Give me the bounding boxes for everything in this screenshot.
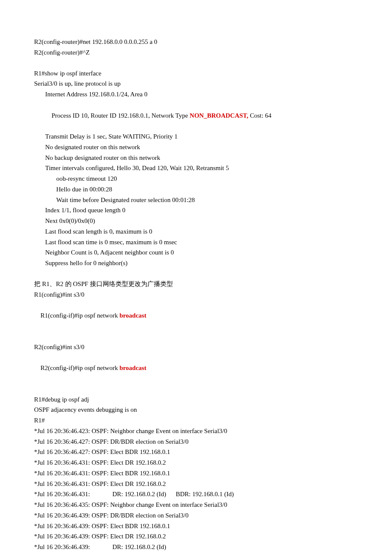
text: R2(config-if)#ip ospf network xyxy=(40,364,119,371)
output-line: Index 1/1, flood queue length 0 xyxy=(34,205,358,216)
output-line: oob-resync timeout 120 xyxy=(34,173,358,184)
show-cmd: R1#show ip ospf interface xyxy=(34,68,358,79)
highlight-non-broadcast: NON_BROADCAST, xyxy=(190,112,248,119)
log-line: *Jul 16 20:36:46.439: OSPF: Elect BDR 19… xyxy=(34,521,358,532)
note-line: 把 R1、R2 的 OSPF 接口网络类型更改为广播类型 xyxy=(34,279,358,289)
output-line: Suppress hello for 0 neighbor(s) xyxy=(34,258,358,269)
log-line: *Jul 16 20:36:46.439: OSPF: Elect DR 192… xyxy=(34,531,358,542)
log-line: *Jul 16 20:36:46.431: OSPF: Elect BDR 19… xyxy=(34,468,358,479)
config-line: R2(config-router)#net 192.168.0.0 0.0.0.… xyxy=(34,37,358,47)
output-line: Last flood scan time is 0 msec, maximum … xyxy=(34,237,358,248)
config-line: R2(config-if)#ip ospf network broadcast xyxy=(34,352,358,384)
log-line: *Jul 16 20:36:46.435: OSPF: Neighbor cha… xyxy=(34,500,358,510)
output-line: Next 0x0(0)/0x0(0) xyxy=(34,216,358,226)
output-line: Wait time before Designated router selec… xyxy=(34,195,358,205)
text: R1(config-if)#ip ospf network xyxy=(40,312,119,319)
output-line: No backup designated router on this netw… xyxy=(34,153,358,163)
debug-cmd: R1#debug ip ospf adj xyxy=(34,394,358,405)
output-line: Neighbor Count is 0, Adjacent neighbor c… xyxy=(34,247,358,258)
log-line: *Jul 16 20:36:46.423: OSPF: Neighbor cha… xyxy=(34,426,358,436)
log-line: *Jul 16 20:36:46.427: OSPF: DR/BDR elect… xyxy=(34,436,358,447)
log-line: *Jul 16 20:36:46.431: OSPF: Elect DR 192… xyxy=(34,457,358,468)
document-page: R2(config-router)#net 192.168.0.0 0.0.0.… xyxy=(0,0,392,555)
config-line: R1(config-if)#ip ospf network broadcast xyxy=(34,300,358,331)
log-line: *Jul 16 20:36:46.427: OSPF: Elect BDR 19… xyxy=(34,447,358,457)
output-line: Hello due in 00:00:28 xyxy=(34,184,358,195)
config-line: R2(config-router)#^Z xyxy=(34,47,358,58)
text: Cost: 64 xyxy=(248,112,271,119)
log-line: *Jul 16 20:36:46.439: DR: 192.168.0.2 (I… xyxy=(34,542,358,552)
output-line: Internet Address 192.168.0.1/24, Area 0 xyxy=(34,89,358,100)
output-line: OSPF adjacency events debugging is on xyxy=(34,405,358,415)
config-line: R2(config)#int s3/0 xyxy=(34,342,358,353)
output-line: Last flood scan length is 0, maximum is … xyxy=(34,226,358,237)
output-line: Serial3/0 is up, line protocol is up xyxy=(34,78,358,89)
text: Process ID 10, Router ID 192.168.0.1, Ne… xyxy=(52,112,190,119)
prompt: R1# xyxy=(34,415,358,426)
highlight-broadcast: broadcast xyxy=(119,312,146,319)
config-line: R1(config)#int s3/0 xyxy=(34,289,358,300)
log-line: *Jul 16 20:36:46.431: OSPF: Elect DR 192… xyxy=(34,479,358,489)
log-line: R1#cle BDR: 192.168.0.1 (Id) xyxy=(34,552,358,555)
log-line: *Jul 16 20:36:46.439: OSPF: DR/BDR elect… xyxy=(34,510,358,521)
output-line: Transmit Delay is 1 sec, State WAITING, … xyxy=(34,131,358,142)
highlight-broadcast: broadcast xyxy=(119,364,146,371)
output-line: Process ID 10, Router ID 192.168.0.1, Ne… xyxy=(34,100,358,131)
output-line: Timer intervals configured, Hello 30, De… xyxy=(34,163,358,173)
output-line: No designated router on this network xyxy=(34,142,358,153)
log-line: *Jul 16 20:36:46.431: DR: 192.168.0.2 (I… xyxy=(34,489,358,500)
